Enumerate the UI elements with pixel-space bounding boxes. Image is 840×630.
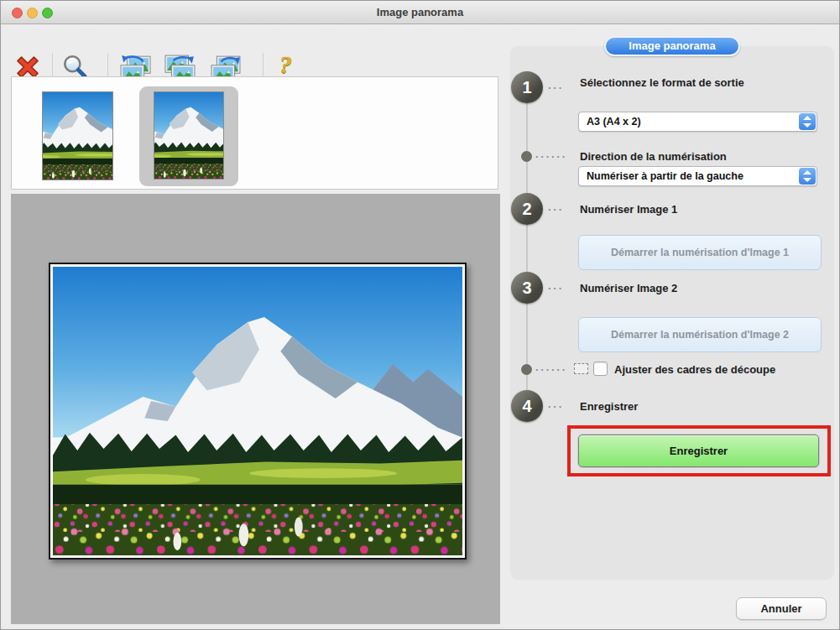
- scan-image-2-label: Numériser Image 2: [580, 282, 677, 294]
- scan-image-1-label: Numériser Image 1: [580, 203, 677, 216]
- window-title: Image panorama: [1, 1, 839, 23]
- adjust-crop-label: Ajuster des cadres de découpe: [614, 363, 775, 376]
- scan-direction-label: Direction de la numérisation: [580, 150, 727, 163]
- select-stepper-icon: [799, 113, 816, 130]
- step-leader-dots: [535, 363, 567, 376]
- output-format-select[interactable]: A3 (A4 x 2): [578, 112, 817, 132]
- crop-frame-icon: [574, 363, 588, 374]
- step-2-number: 2: [511, 193, 543, 225]
- minimize-window-icon[interactable]: [27, 8, 38, 18]
- step-connector-line: [526, 88, 528, 406]
- thumbnail-1[interactable]: [42, 91, 113, 180]
- select-stepper-icon: [799, 168, 816, 185]
- output-format-value: A3 (A4 x 2): [587, 116, 641, 128]
- save-label: Enregistrer: [580, 400, 638, 413]
- title-bar: Image panorama: [1, 1, 839, 24]
- thumbnail-2-selected-tile[interactable]: [139, 86, 238, 186]
- step-1-number: 1: [511, 71, 543, 103]
- output-format-label: Sélectionnez le format de sortie: [580, 76, 744, 89]
- close-window-icon[interactable]: [12, 8, 23, 18]
- step-leader-dots: [535, 150, 567, 163]
- direction-bullet: [521, 151, 532, 162]
- help-icon[interactable]: ?: [279, 50, 292, 79]
- cancel-button[interactable]: Annuler: [736, 597, 827, 620]
- thumbnail-strip: [11, 76, 498, 190]
- start-scan-image-2-button[interactable]: Démarrer la numérisation d'Image 2: [578, 317, 822, 352]
- scan-direction-select[interactable]: Numériser à partir de la gauche: [578, 166, 817, 186]
- start-scan-image-1-button[interactable]: Démarrer la numérisation d'Image 1: [578, 235, 822, 270]
- panel-mode-badge: Image panorama: [604, 36, 740, 56]
- step-leader-dots: [548, 400, 564, 413]
- thumbnail-2[interactable]: [154, 91, 224, 180]
- scan-direction-value: Numériser à partir de la gauche: [587, 170, 743, 182]
- step-leader-dots: [548, 81, 564, 94]
- step-4-number: 4: [511, 390, 543, 422]
- image-panorama-window: Image panorama: [0, 0, 840, 630]
- adjust-crop-bullet: [521, 364, 532, 375]
- preview-area[interactable]: [11, 194, 500, 624]
- step-leader-dots: [548, 203, 564, 216]
- save-button[interactable]: Enregistrer: [578, 435, 819, 467]
- zoom-window-icon[interactable]: [42, 8, 53, 18]
- panorama-preview-image: [49, 263, 467, 560]
- step-leader-dots: [548, 282, 564, 294]
- step-3-number: 3: [511, 272, 543, 304]
- adjust-crop-checkbox[interactable]: [593, 362, 608, 376]
